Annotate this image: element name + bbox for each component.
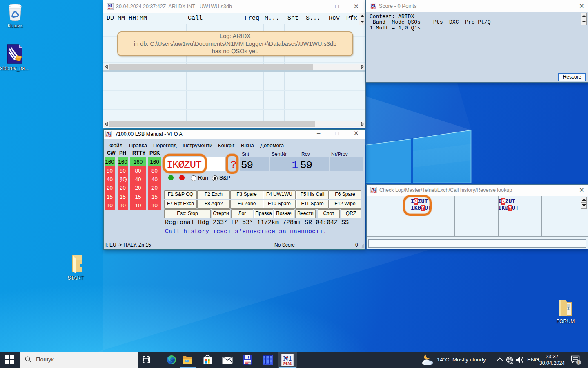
svg-text:MM: MM (371, 191, 376, 193)
svg-text:1: 1 (577, 360, 580, 365)
svg-text:+: + (286, 355, 288, 360)
svg-text:MM: MM (371, 7, 376, 9)
svg-text:+: + (372, 3, 374, 6)
svg-text:+: + (372, 187, 374, 190)
svg-text:+: + (107, 131, 109, 134)
svg-text:MM: MM (108, 7, 113, 10)
svg-text:MM: MM (106, 135, 111, 137)
svg-text:MM: MM (283, 361, 292, 366)
svg-text:51: 51 (249, 362, 251, 364)
svg-text:+: + (109, 4, 111, 7)
